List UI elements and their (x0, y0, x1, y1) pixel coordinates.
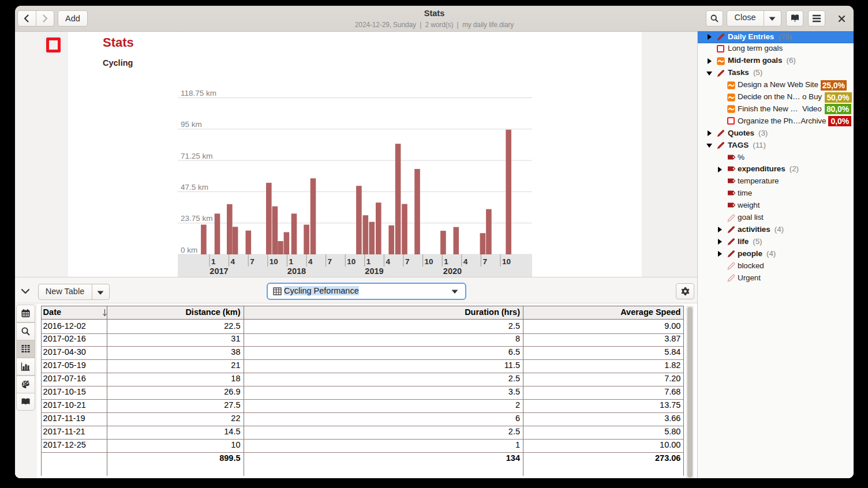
svg-text:4: 4 (231, 257, 235, 266)
svg-text:0 km: 0 km (181, 246, 197, 254)
svg-text:7: 7 (250, 257, 255, 266)
svg-text:1: 1 (211, 257, 216, 266)
svg-text:1: 1 (289, 257, 293, 266)
svg-text:2020: 2020 (443, 266, 462, 276)
svg-text:1: 1 (366, 257, 371, 266)
svg-text:7: 7 (405, 257, 410, 266)
svg-text:1: 1 (444, 257, 448, 266)
svg-text:10: 10 (270, 257, 278, 266)
svg-text:2019: 2019 (365, 266, 383, 276)
svg-text:95 km: 95 km (181, 120, 202, 129)
svg-text:10: 10 (425, 257, 433, 266)
svg-text:10: 10 (502, 257, 511, 266)
svg-text:4: 4 (463, 257, 468, 266)
svg-text:118.75 km: 118.75 km (181, 89, 216, 97)
svg-text:2018: 2018 (287, 266, 306, 276)
svg-text:4: 4 (308, 257, 313, 266)
svg-text:4: 4 (386, 257, 390, 266)
svg-text:71.25 km: 71.25 km (181, 152, 213, 160)
svg-text:2017: 2017 (209, 266, 228, 276)
svg-text:7: 7 (482, 257, 487, 266)
svg-text:7: 7 (328, 257, 332, 266)
svg-text:10: 10 (347, 257, 356, 266)
svg-text:23.75 km: 23.75 km (181, 214, 213, 223)
svg-text:47.5 km: 47.5 km (181, 183, 208, 192)
